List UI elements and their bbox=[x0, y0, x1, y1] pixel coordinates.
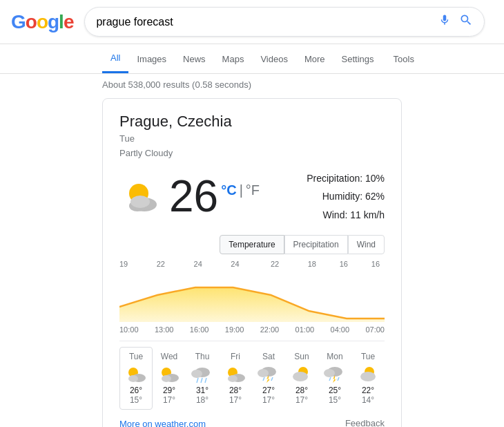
condition-label: Partly Cloudy bbox=[119, 148, 173, 158]
chart-temp-6: 16 bbox=[340, 260, 348, 268]
forecast-day-label-2: Thu bbox=[189, 352, 215, 361]
forecast-high-3: 28° bbox=[229, 386, 242, 395]
forecast-low-1: 17° bbox=[163, 395, 175, 405]
feedback-link[interactable]: Feedback bbox=[345, 418, 385, 427]
chart-tab-wind[interactable]: Wind bbox=[348, 235, 385, 254]
svg-line-13 bbox=[197, 378, 198, 383]
chart-svg bbox=[119, 281, 385, 322]
forecast-high-4: 27° bbox=[262, 386, 275, 395]
forecast-icon-1 bbox=[157, 364, 182, 383]
google-logo: Google bbox=[11, 11, 73, 33]
forecast-icon-2 bbox=[190, 364, 215, 383]
search-icon[interactable] bbox=[459, 13, 473, 30]
forecast-day-label-1: Wed bbox=[156, 352, 182, 361]
forecast-day-label-4: Sat bbox=[255, 352, 282, 361]
forecast-temps-3: 28° 17° bbox=[222, 386, 249, 405]
forecast-temps-2: 31° 18° bbox=[189, 386, 215, 405]
wind-detail: Wind: 11 km/h bbox=[307, 206, 385, 225]
forecast-day-4[interactable]: Sat 27° 17° bbox=[252, 347, 285, 410]
svg-line-14 bbox=[201, 378, 202, 383]
forecast-low-0: 15° bbox=[130, 395, 142, 405]
temp-unit: °C | °F bbox=[221, 182, 260, 198]
forecast-icon-7 bbox=[356, 364, 380, 383]
forecast-day-label-3: Fri bbox=[222, 352, 249, 361]
celsius-unit[interactable]: °C bbox=[221, 182, 236, 198]
svg-line-28 bbox=[329, 377, 331, 381]
svg-point-18 bbox=[228, 375, 238, 382]
weather-footer: More on weather.com Feedback bbox=[119, 418, 385, 427]
forecast-temps-1: 29° 17° bbox=[156, 386, 182, 405]
forecast-low-3: 17° bbox=[229, 395, 242, 405]
forecast-high-0: 26° bbox=[130, 386, 142, 395]
weather-condition-icon bbox=[119, 174, 164, 218]
svg-point-32 bbox=[360, 372, 376, 381]
forecast-day-2[interactable]: Thu 31° 18° bbox=[186, 347, 219, 410]
weather-card: Prague, Czechia Tue Partly Cloudy 26 °C … bbox=[102, 98, 402, 427]
time-5: 01:00 bbox=[295, 325, 315, 334]
tab-news[interactable]: News bbox=[175, 46, 214, 73]
search-box: prague forecast bbox=[84, 7, 485, 37]
temperature-chart: 19 22 24 24 22 18 16 16 10:00 bbox=[119, 260, 385, 335]
unit-separator: | bbox=[240, 182, 243, 198]
svg-point-20 bbox=[258, 369, 269, 377]
svg-point-12 bbox=[191, 370, 202, 378]
svg-point-27 bbox=[324, 369, 335, 377]
chart-time-labels: 10:00 13:00 16:00 19:00 22:00 01:00 04:0… bbox=[119, 324, 385, 335]
tab-more[interactable]: More bbox=[296, 46, 333, 73]
svg-point-3 bbox=[130, 196, 150, 208]
time-1: 13:00 bbox=[155, 325, 174, 334]
forecast-day-1[interactable]: Wed 29° 17° bbox=[153, 347, 186, 410]
tab-maps[interactable]: Maps bbox=[214, 46, 253, 73]
forecast-temps-7: 22° 14° bbox=[355, 386, 381, 405]
svg-line-15 bbox=[205, 378, 206, 383]
forecast-day-7[interactable]: Tue 22° 14° bbox=[351, 347, 385, 410]
nav-tabs: All Images News Maps Videos More Setting… bbox=[0, 44, 504, 74]
result-count: About 538,000 results (0.58 seconds) bbox=[0, 74, 504, 95]
precipitation-detail: Precipitation: 10% bbox=[307, 169, 385, 188]
forecast-day-3[interactable]: Fri 28° 17° bbox=[219, 347, 252, 410]
time-3: 19:00 bbox=[225, 325, 244, 334]
forecast-day-5[interactable]: Sun 28° 17° bbox=[285, 347, 318, 410]
forecast-day-label-6: Mon bbox=[322, 352, 348, 361]
tab-all[interactable]: All bbox=[102, 44, 128, 73]
chart-temp-4: 22 bbox=[271, 260, 279, 268]
forecast-icon-3 bbox=[223, 364, 248, 383]
chart-temp-1: 22 bbox=[157, 260, 165, 268]
chart-temp-5: 18 bbox=[308, 260, 316, 268]
forecast-icon-4 bbox=[256, 364, 281, 383]
nav-right: Settings Tools bbox=[333, 46, 423, 73]
svg-marker-4 bbox=[119, 287, 385, 322]
time-4: 22:00 bbox=[260, 325, 280, 334]
forecast-day-0[interactable]: Tue 26° 15° bbox=[119, 347, 153, 410]
svg-line-22 bbox=[271, 377, 273, 381]
time-2: 16:00 bbox=[190, 325, 209, 334]
nav-tools[interactable]: Tools bbox=[385, 46, 423, 73]
daily-forecast: Tue 26° 15° Wed 29° 17° bbox=[119, 341, 385, 410]
forecast-icon-0 bbox=[124, 364, 148, 383]
svg-line-21 bbox=[263, 377, 264, 381]
forecast-day-label-7: Tue bbox=[355, 352, 381, 361]
svg-line-29 bbox=[338, 377, 339, 381]
forecast-day-6[interactable]: Mon 25° 15° bbox=[318, 347, 351, 410]
nav-settings[interactable]: Settings bbox=[333, 46, 382, 73]
more-weather-link[interactable]: More on weather.com bbox=[119, 419, 206, 427]
microphone-icon[interactable] bbox=[438, 14, 451, 30]
search-input[interactable]: prague forecast bbox=[96, 16, 438, 28]
day-label: Tue bbox=[119, 133, 135, 144]
fahrenheit-unit[interactable]: °F bbox=[246, 182, 260, 198]
weather-main: 26 °C | °F Precipitation: 10% Humidity: … bbox=[119, 169, 385, 225]
time-7: 07:00 bbox=[365, 325, 385, 334]
weather-icon-temp: 26 °C | °F bbox=[119, 174, 307, 218]
chart-temp-0: 19 bbox=[119, 260, 128, 268]
forecast-low-7: 14° bbox=[362, 395, 374, 405]
forecast-low-4: 17° bbox=[262, 395, 275, 405]
chart-temp-7: 16 bbox=[371, 260, 380, 268]
chart-tabs: Temperature Precipitation Wind bbox=[119, 235, 385, 254]
chart-tab-temperature[interactable]: Temperature bbox=[220, 235, 284, 254]
forecast-high-7: 22° bbox=[362, 386, 374, 395]
tab-images[interactable]: Images bbox=[128, 46, 175, 73]
tab-videos[interactable]: Videos bbox=[252, 46, 296, 73]
day-condition: Tue Partly Cloudy bbox=[119, 132, 385, 161]
city-name: Prague, Czechia bbox=[119, 113, 385, 131]
chart-tab-precipitation[interactable]: Precipitation bbox=[284, 235, 348, 254]
